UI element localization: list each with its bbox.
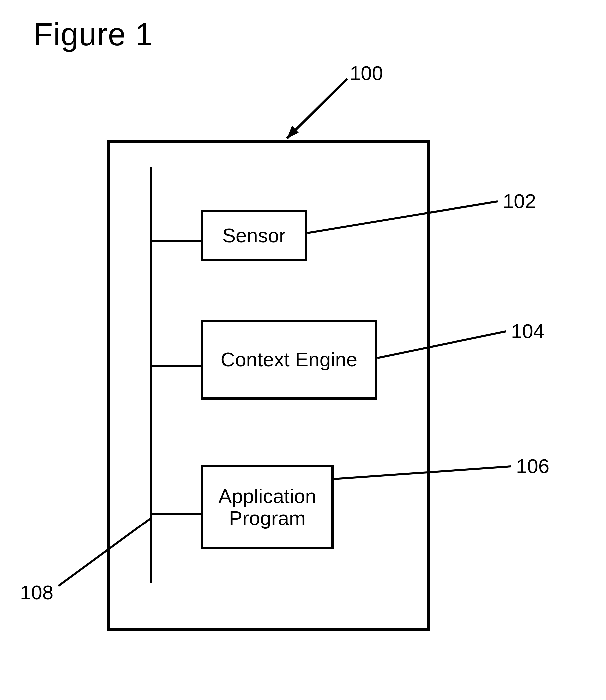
ref-108: 108 [20, 581, 53, 604]
svg-line-5 [58, 518, 151, 586]
leader-108 [0, 0, 606, 700]
diagram-stage: Figure 1 100 Sensor Context Engine Appli… [0, 0, 606, 700]
